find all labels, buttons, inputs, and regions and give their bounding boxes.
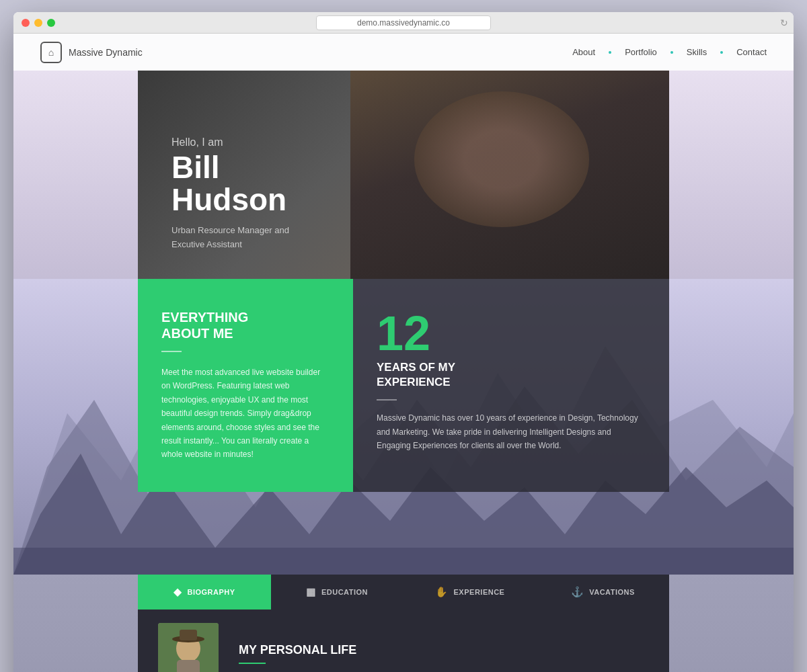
url-text: demo.massivedynamic.co [357,18,450,28]
mac-window: demo.massivedynamic.co ↻ ⌂ Massive Dynam… [13,12,794,672]
nav-portfolio[interactable]: Portfolio [625,47,657,57]
close-button[interactable] [22,19,30,27]
tab-education-label: EDUCATION [321,588,368,596]
hero-greeting: Hello, I am [171,136,289,149]
personal-section: MY PERSONAL LIFE [138,610,669,672]
personal-divider [239,663,266,664]
outer-background: Hello, I am Bill Hudson Urban Resource M… [13,71,794,672]
tab-education[interactable]: ▦ EDUCATION [271,575,404,610]
experience-title: YEARS OF MY EXPERIENCE [377,360,646,390]
experience-body: Massive Dynamic has over 10 years of exp… [377,411,646,452]
hero-content: Hello, I am Bill Hudson Urban Resource M… [138,110,323,279]
maximize-button[interactable] [47,19,55,27]
url-bar[interactable]: demo.massivedynamic.co [316,15,491,30]
svg-rect-4 [13,548,794,575]
logo-icon: ⌂ [40,42,62,63]
exp-divider [377,399,397,401]
tabs-bar: ◆ Biography ▦ EDUCATION ✋ EXPERIENCE ⚓ V… [138,575,669,610]
mac-buttons [22,19,55,27]
tab-biography[interactable]: ◆ Biography [138,575,271,610]
experience-panel: 12 YEARS OF MY EXPERIENCE Massive Dynami… [353,279,669,492]
experience-number: 12 [377,309,646,358]
experience-icon: ✋ [435,586,449,598]
tab-experience[interactable]: ✋ EXPERIENCE [404,575,537,610]
exp-title-line1: YEARS OF MY [377,361,455,374]
about-title-line1: EVERYTHING [161,310,248,325]
personal-photo-inner [158,623,219,672]
refresh-icon[interactable]: ↻ [780,17,788,28]
tab-experience-label: EXPERIENCE [454,588,505,596]
tab-biography-label: Biography [187,588,235,596]
mac-titlebar: demo.massivedynamic.co ↻ [13,12,794,34]
about-body: Meet the most advanced live website buil… [161,366,330,462]
vacations-icon: ⚓ [571,586,584,598]
hero-title-line2: Excutive Assistant [171,239,242,249]
about-divider [161,351,182,352]
personal-life-title: MY PERSONAL LIFE [239,643,649,657]
tab-vacations-label: VACATIONS [589,588,635,596]
site-nav: About Portfolio Skills Contact [572,47,767,57]
minimize-button[interactable] [34,19,42,27]
logo-text: Massive Dynamic [69,47,143,58]
website-content: ⌂ Massive Dynamic About Portfolio Skills… [13,34,794,672]
nav-skills[interactable]: Skills [687,47,707,57]
hero-face-bg [350,71,669,279]
nav-contact[interactable]: Contact [736,47,767,57]
nav-dot-1 [609,51,611,54]
hero-name-line1: Bill [171,150,220,185]
nav-dot-2 [670,51,673,54]
hero-name-line2: Hudson [171,182,286,217]
hero-name: Bill Hudson [171,151,289,216]
landscape-section: EVERYTHING ABOUT ME Meet the most advanc… [13,279,794,575]
exp-title-line2: EXPERIENCE [377,376,451,388]
biography-icon: ◆ [174,586,182,598]
hero-section: Hello, I am Bill Hudson Urban Resource M… [138,71,669,279]
hero-title-line1: Urban Resource Manager and [171,225,289,235]
about-panel: EVERYTHING ABOUT ME Meet the most advanc… [138,279,353,492]
svg-rect-9 [177,660,200,672]
tab-vacations[interactable]: ⚓ VACATIONS [537,575,670,610]
site-logo: ⌂ Massive Dynamic [40,42,143,63]
svg-rect-8 [180,630,197,640]
personal-photo [158,623,219,672]
content-panels: EVERYTHING ABOUT ME Meet the most advanc… [138,279,669,492]
education-icon: ▦ [306,586,316,598]
about-title: EVERYTHING ABOUT ME [161,309,330,341]
site-header: ⌂ Massive Dynamic About Portfolio Skills… [13,34,794,71]
nav-dot-3 [720,51,723,54]
about-title-line2: ABOUT ME [161,326,233,341]
nav-about[interactable]: About [572,47,595,57]
hero-title: Urban Resource Manager and Excutive Assi… [171,224,289,252]
hero-container: Hello, I am Bill Hudson Urban Resource M… [138,71,669,279]
personal-info: MY PERSONAL LIFE [239,643,649,664]
